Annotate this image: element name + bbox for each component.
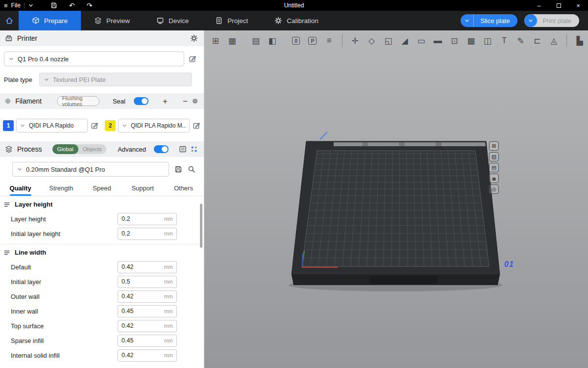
mesh-boolean-icon[interactable]: ◫ (479, 33, 496, 48)
plate-tools: ⊠▧▤◙◎ (489, 141, 499, 194)
process-tab-support[interactable]: Support (122, 181, 163, 196)
redo-icon[interactable]: ↷ (87, 1, 93, 9)
process-tab-others[interactable]: Others (163, 181, 204, 196)
seal-toggle[interactable] (134, 97, 148, 105)
sidebar-scrollbar[interactable] (200, 204, 202, 248)
variable-layer-height-icon[interactable]: ≡ (321, 33, 338, 48)
flatten-icon[interactable]: ◢ (396, 33, 413, 48)
menu-icon[interactable]: ≡ (4, 2, 8, 9)
document-icon (215, 17, 223, 25)
plate-name-icon[interactable]: ▤ (489, 163, 499, 172)
section-line-width: Line width (0, 244, 204, 260)
filament-2-color-chip[interactable]: 2 (105, 120, 116, 131)
filament-2-dropdown[interactable]: QIDI PLA Rapido M... (118, 119, 190, 132)
tab-calibration[interactable]: Calibration (261, 11, 332, 30)
auto-arrange-icon[interactable]: ▤ (247, 33, 264, 48)
filament-1-color-chip[interactable]: 1 (3, 120, 14, 131)
plate-settings-icon[interactable]: ◎ (489, 184, 499, 194)
support-paint-icon[interactable]: ⊡ (446, 33, 463, 48)
rotate-icon[interactable]: ◇ (363, 33, 380, 48)
process-tab-quality[interactable]: Quality (0, 181, 41, 196)
gear-icon (274, 17, 282, 25)
split-parts-icon[interactable]: P (304, 33, 321, 48)
file-menu[interactable]: File (11, 2, 21, 9)
edit-printer-icon[interactable] (189, 55, 196, 63)
tab-project[interactable]: Project (202, 11, 261, 30)
add-icon[interactable]: ⊞ (207, 33, 224, 48)
build-plate[interactable] (289, 130, 519, 297)
auto-orient-icon[interactable]: ◧ (264, 33, 281, 48)
split-objects-icon[interactable]: 0 (288, 33, 304, 48)
minimize-button[interactable]: – (529, 0, 549, 11)
outer-wall-input[interactable]: 0.42mm (118, 290, 177, 303)
plate-arrange-icon[interactable]: ▧ (489, 152, 499, 161)
initial-layer-input[interactable]: 0.5mm (118, 276, 177, 288)
compare-presets-icon[interactable] (190, 145, 198, 153)
plate-type-dropdown[interactable]: Textured PEI Plate (39, 73, 192, 86)
filament-slot-1: 1QIDI PLA Rapido (3, 119, 98, 132)
close-button[interactable]: × (568, 0, 588, 11)
chevron-down-icon (17, 166, 23, 172)
search-icon[interactable] (188, 165, 196, 173)
param-inner-wall: Inner wall0.45mm (0, 304, 204, 318)
move-icon[interactable]: ✛ (347, 33, 364, 48)
add-filament-button[interactable]: + (163, 97, 168, 105)
default-input[interactable]: 0.42mm (118, 261, 177, 273)
seam-paint-icon[interactable]: ▬ (430, 33, 446, 48)
save-preset-icon[interactable] (174, 165, 182, 173)
slice-options-chevron[interactable] (461, 14, 474, 27)
slice-plate-button[interactable]: Slice plate (461, 14, 517, 27)
advanced-toggle[interactable] (154, 145, 169, 153)
process-tab-speed[interactable]: Speed (81, 181, 122, 196)
nav-tabs: PreparePreviewDeviceProjectCalibration (19, 11, 332, 30)
chevron-down-icon[interactable] (28, 2, 34, 8)
tab-prepare[interactable]: Prepare (19, 11, 81, 30)
measure-icon[interactable]: ⊏ (529, 33, 546, 48)
chevron-down-icon (20, 123, 25, 129)
initial-layer-height-input[interactable]: 0.2mm (118, 228, 177, 240)
plate-delete-icon[interactable]: ⊠ (489, 141, 499, 151)
remove-filament-button[interactable]: − (183, 97, 188, 105)
undo-icon[interactable]: ↶ (69, 1, 75, 9)
plate-lock-icon[interactable]: ◙ (489, 174, 499, 183)
inner-wall-input[interactable]: 0.45mm (118, 305, 177, 317)
viewport[interactable]: ⊞▦▤◧0P≡✛◇◱◢▭▬⊡▩◫T✎⊏◬▙ (204, 30, 588, 368)
printer-settings-gear-icon[interactable] (190, 34, 198, 42)
color-paint-icon[interactable]: ▩ (463, 33, 479, 48)
scope-switch[interactable]: Global Objects (52, 144, 106, 154)
toolbar-divider (566, 34, 567, 47)
flushing-volumes-button[interactable]: Flushing volumes (57, 96, 99, 106)
scale-icon[interactable]: ◱ (380, 33, 396, 48)
settings-list-icon[interactable] (179, 145, 187, 153)
tab-preview[interactable]: Preview (81, 11, 143, 30)
print-plate-button[interactable]: Print plate (524, 14, 579, 27)
scope-global[interactable]: Global (52, 144, 78, 154)
stamp-icon[interactable]: ◬ (545, 33, 562, 48)
add-plate-icon[interactable]: ▦ (224, 33, 241, 48)
filament-1-dropdown[interactable]: QIDI PLA Rapido (16, 119, 88, 132)
filament-settings-gear-icon[interactable] (192, 97, 198, 105)
edit-filament-1-icon[interactable] (91, 122, 98, 130)
assembly-icon[interactable]: ▙ (571, 33, 588, 48)
sparse-infill-input[interactable]: 0.45mm (118, 335, 177, 347)
cut-icon[interactable]: ▭ (413, 33, 430, 48)
printer-preset-dropdown[interactable]: Q1 Pro 0.4 nozzle (4, 52, 184, 66)
text-icon[interactable]: T (496, 33, 513, 48)
save-icon[interactable] (50, 2, 57, 9)
svg-icon[interactable]: ✎ (513, 33, 529, 48)
plate-number-label[interactable]: 01 (504, 260, 514, 269)
print-options-chevron[interactable] (524, 14, 537, 27)
internal-solid-infill-input[interactable]: 0.42mm (118, 349, 177, 362)
param-top-surface: Top surface0.42mm (0, 318, 204, 333)
home-button[interactable] (0, 11, 19, 30)
chevron-down-icon (464, 18, 470, 24)
scope-objects[interactable]: Objects (78, 144, 106, 154)
process-tab-strength[interactable]: Strength (41, 181, 81, 196)
maximize-button[interactable] (549, 0, 568, 11)
app-window: ≡ File ↶ ↷ Untitled – × PreparePreviewDe… (0, 0, 588, 368)
edit-filament-2-icon[interactable] (193, 122, 200, 130)
top-surface-input[interactable]: 0.42mm (118, 320, 177, 332)
layer-height-input[interactable]: 0.2mm (118, 213, 177, 225)
tab-device[interactable]: Device (143, 11, 202, 30)
process-preset-dropdown[interactable]: 0.20mm Standard @Q1 Pro (12, 162, 169, 177)
